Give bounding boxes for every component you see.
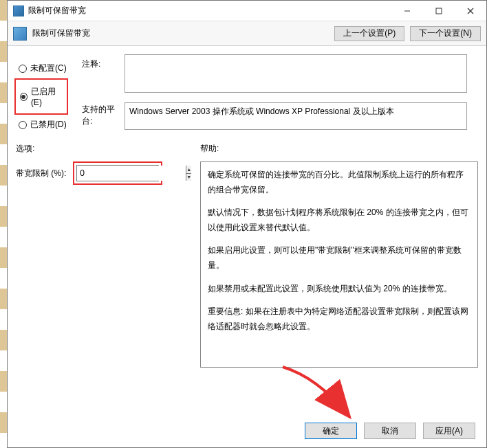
toolbar-title: 限制可保留带宽 (32, 27, 329, 39)
platform-row: 支持的平台: Windows Server 2003 操作系统或 Windows… (82, 102, 478, 130)
comment-row: 注释: (82, 54, 478, 93)
svg-rect-1 (436, 8, 442, 14)
prev-setting-label: 上一个设置(P) (343, 27, 396, 39)
comment-textarea[interactable] (125, 54, 467, 93)
fields-column: 注释: 支持的平台: Windows Server 2003 操作系统或 Win… (82, 54, 478, 135)
options-pane: 带宽限制 (%): ▲ ▼ (16, 161, 200, 368)
platform-value: Windows Server 2003 操作系统或 Windows XP Pro… (129, 107, 394, 116)
pane-labels: 选项: 帮助: (16, 143, 478, 155)
bottom-row: 带宽限制 (%): ▲ ▼ 确定系统可保留的连接带宽的百分比。此值限制系统上运行… (16, 161, 478, 368)
highlight-enabled: 已启用(E) (14, 78, 68, 115)
window-buttons (391, 1, 486, 21)
bandwidth-limit-label: 带宽限制 (%): (16, 168, 66, 179)
radio-disabled[interactable]: 已禁用(D) (16, 115, 82, 135)
spin-up[interactable]: ▲ (186, 166, 191, 174)
help-p1: 确定系统可保留的连接带宽的百分比。此值限制系统上运行的所有程序的组合带宽保留。 (208, 168, 470, 197)
background-strip (0, 0, 7, 448)
title-bar: 限制可保留带宽 (8, 1, 486, 21)
dialog-buttons: 确定 取消 应用(A) (8, 414, 486, 447)
toolbar: 限制可保留带宽 上一个设置(P) 下一个设置(N) (8, 21, 486, 46)
next-setting-label: 下一个设置(N) (419, 27, 472, 39)
radio-not-configured[interactable]: 未配置(C) (16, 58, 82, 78)
spin-buttons: ▲ ▼ (186, 166, 191, 181)
radio-icon (19, 65, 27, 73)
comment-label: 注释: (82, 54, 125, 93)
next-setting-button[interactable]: 下一个设置(N) (410, 26, 481, 41)
dialog-window: 限制可保留带宽 限制可保留带宽 上一个设置(P) 下一个设置(N) (7, 0, 487, 448)
bandwidth-limit-input[interactable] (77, 166, 186, 181)
apply-label: 应用(A) (435, 425, 463, 437)
help-p4: 如果禁用或未配置此设置，则系统使用默认值为 20% 的连接带宽。 (208, 282, 470, 297)
ok-button[interactable]: 确定 (305, 423, 357, 439)
highlight-spinbox: ▲ ▼ (73, 161, 162, 185)
cancel-button[interactable]: 取消 (364, 423, 416, 439)
platform-box: Windows Server 2003 操作系统或 Windows XP Pro… (125, 102, 467, 130)
help-p3: 如果启用此设置，则可以使用"带宽限制"框来调整系统可保留的带宽数量。 (208, 243, 470, 273)
window-title: 限制可保留带宽 (28, 5, 391, 16)
radio-icon (19, 121, 27, 129)
close-button[interactable] (455, 1, 486, 21)
prev-setting-button[interactable]: 上一个设置(P) (334, 26, 404, 41)
help-p5: 重要信息: 如果在注册表中为特定网络适配器设置带宽限制，则配置该网络适配器时就会… (208, 304, 470, 334)
apply-button[interactable]: 应用(A) (423, 423, 475, 439)
bandwidth-limit-spinbox[interactable]: ▲ ▼ (76, 165, 159, 181)
radio-disabled-label: 已禁用(D) (30, 119, 67, 131)
radio-column: 未配置(C) 已启用(E) 已禁用(D) (16, 54, 82, 135)
help-label: 帮助: (200, 143, 219, 155)
ok-label: 确定 (323, 425, 339, 437)
top-row: 未配置(C) 已启用(E) 已禁用(D) 注释: (16, 54, 478, 135)
minimize-button[interactable] (391, 1, 423, 21)
help-p2: 默认情况下，数据包计划程序将系统限制在 20% 的连接带宽之内，但可以使用此设置… (208, 205, 470, 235)
app-icon (13, 5, 24, 16)
radio-enabled-label: 已启用(E) (31, 86, 63, 107)
policy-icon (13, 27, 27, 41)
help-pane[interactable]: 确定系统可保留的连接带宽的百分比。此值限制系统上运行的所有程序的组合带宽保留。 … (200, 161, 478, 368)
maximize-button[interactable] (423, 1, 455, 21)
options-label: 选项: (16, 143, 200, 155)
bandwidth-limit-row: 带宽限制 (%): ▲ ▼ (16, 161, 200, 185)
spin-down[interactable]: ▼ (186, 174, 191, 181)
radio-not-configured-label: 未配置(C) (30, 63, 67, 74)
cancel-label: 取消 (382, 425, 398, 437)
platform-label: 支持的平台: (82, 102, 125, 130)
content-area: 未配置(C) 已启用(E) 已禁用(D) 注释: (8, 47, 486, 414)
radio-enabled[interactable]: 已启用(E) (17, 82, 65, 111)
radio-icon (20, 93, 28, 101)
